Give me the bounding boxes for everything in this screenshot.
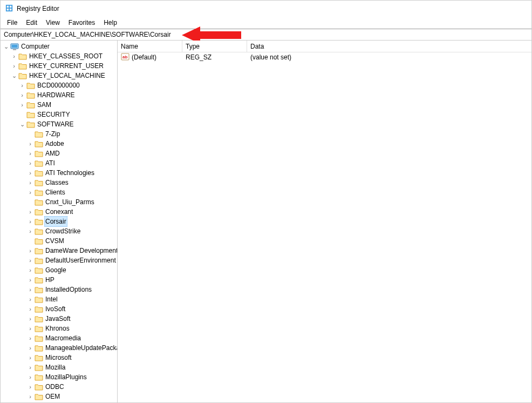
- tree-label: SOFTWARE: [36, 119, 75, 129]
- tree-key-bcd00000000[interactable]: ›BCD00000000: [1, 80, 118, 90]
- folder-icon: [35, 305, 43, 313]
- tree-toggle[interactable]: ›: [27, 343, 33, 353]
- tree-label: Google: [44, 265, 67, 275]
- tree-key-ivosoft[interactable]: ›IvoSoft: [1, 304, 118, 314]
- tree-key-google[interactable]: ›Google: [1, 265, 118, 275]
- tree-toggle[interactable]: ›: [27, 168, 33, 178]
- string-icon: [121, 52, 129, 63]
- tree-toggle[interactable]: ›: [11, 51, 17, 61]
- tree-toggle[interactable]: ›: [27, 217, 33, 226]
- tree-key-cnxt-uiu-parms[interactable]: Cnxt_Uiu_Parms: [1, 197, 118, 207]
- folder-icon: [35, 373, 43, 381]
- tree-label: OEM: [44, 392, 61, 401]
- folder-icon: [18, 52, 27, 61]
- tree-key-7-zip[interactable]: 7-Zip: [1, 129, 118, 139]
- tree-toggle[interactable]: ›: [27, 382, 33, 392]
- tree-key-manageableupdatepackage[interactable]: ›ManageableUpdatePackage: [1, 343, 118, 353]
- tree-key-corsair[interactable]: ›Corsair: [1, 217, 118, 226]
- tree-toggle[interactable]: ›: [27, 314, 33, 324]
- tree-toggle[interactable]: ⌄: [11, 71, 17, 80]
- menu-favorites[interactable]: Favorites: [64, 18, 99, 28]
- folder-icon: [35, 237, 43, 245]
- tree-toggle[interactable]: ›: [27, 265, 33, 275]
- tree-toggle[interactable]: ›: [27, 333, 33, 343]
- tree-toggle[interactable]: ›: [27, 246, 33, 256]
- tree-label: Mozilla: [44, 362, 66, 372]
- list-row[interactable]: (Default)REG_SZ(value not set): [118, 52, 531, 62]
- tree-toggle[interactable]: ›: [27, 362, 33, 372]
- tree-toggle[interactable]: ›: [11, 61, 17, 71]
- tree-key-security[interactable]: SECURITY: [1, 110, 118, 119]
- tree-toggle[interactable]: ›: [27, 353, 33, 362]
- tree-key-javasoft[interactable]: ›JavaSoft: [1, 314, 118, 324]
- address-input[interactable]: [1, 30, 531, 39]
- column-data[interactable]: Data: [247, 41, 531, 52]
- tree-hive-hkey-classes-root[interactable]: ›HKEY_CLASSES_ROOT: [1, 51, 118, 61]
- tree-key-oem[interactable]: ›OEM: [1, 392, 118, 401]
- folder-icon: [35, 130, 43, 138]
- list-pane[interactable]: Name Type Data (Default)REG_SZ(value not…: [118, 41, 531, 402]
- tree-toggle[interactable]: ›: [27, 139, 33, 149]
- tree-pane[interactable]: ⌄Computer›HKEY_CLASSES_ROOT›HKEY_CURRENT…: [1, 41, 118, 402]
- menu-help[interactable]: Help: [99, 18, 121, 28]
- column-type[interactable]: Type: [182, 41, 247, 52]
- tree-toggle[interactable]: ›: [27, 285, 33, 294]
- menu-edit[interactable]: Edit: [22, 18, 42, 28]
- tree-toggle[interactable]: ›: [27, 158, 33, 168]
- tree-key-adobe[interactable]: ›Adobe: [1, 139, 118, 149]
- tree-toggle[interactable]: ⌄: [3, 42, 9, 51]
- tree-label: 7-Zip: [44, 129, 61, 139]
- tree-toggle[interactable]: ›: [27, 372, 33, 382]
- tree-key-classes[interactable]: ›Classes: [1, 178, 118, 187]
- tree-key-clients[interactable]: ›Clients: [1, 187, 118, 197]
- tree-key-hardware[interactable]: ›HARDWARE: [1, 90, 118, 100]
- tree-key-khronos[interactable]: ›Khronos: [1, 324, 118, 333]
- titlebar: Registry Editor: [1, 1, 531, 17]
- tree-toggle[interactable]: ›: [19, 90, 25, 100]
- tree-label: Intel: [44, 294, 59, 304]
- tree-key-ati-technologies[interactable]: ›ATI Technologies: [1, 168, 118, 178]
- tree-key-ati[interactable]: ›ATI: [1, 158, 118, 168]
- tree-key-crowdstrike[interactable]: ›CrowdStrike: [1, 226, 118, 236]
- folder-icon: [35, 314, 43, 323]
- tree-key-macromedia[interactable]: ›Macromedia: [1, 333, 118, 343]
- column-name[interactable]: Name: [118, 41, 182, 52]
- tree-key-cvsm[interactable]: CVSM: [1, 236, 118, 246]
- tree-key-software[interactable]: ⌄SOFTWARE: [1, 119, 118, 129]
- tree-toggle[interactable]: ›: [19, 80, 25, 90]
- tree-toggle[interactable]: ›: [27, 275, 33, 285]
- tree-label: Microsoft: [44, 353, 73, 362]
- tree-key-mozilla[interactable]: ›Mozilla: [1, 362, 118, 372]
- folder-icon: [26, 120, 35, 129]
- menu-view[interactable]: View: [42, 18, 64, 28]
- tree-toggle[interactable]: ›: [27, 149, 33, 158]
- tree-root-computer[interactable]: ⌄Computer: [1, 42, 118, 51]
- tree-key-microsoft[interactable]: ›Microsoft: [1, 353, 118, 362]
- tree-key-intel[interactable]: ›Intel: [1, 294, 118, 304]
- tree-toggle[interactable]: ›: [27, 256, 33, 265]
- tree-toggle[interactable]: ⌄: [19, 119, 25, 129]
- tree-toggle[interactable]: ›: [27, 187, 33, 197]
- tree-toggle[interactable]: ›: [27, 207, 33, 217]
- tree-toggle[interactable]: ›: [27, 324, 33, 333]
- tree-hive-hkey-current-user[interactable]: ›HKEY_CURRENT_USER: [1, 61, 118, 71]
- tree-key-conexant[interactable]: ›Conexant: [1, 207, 118, 217]
- tree-key-mozillaplugins[interactable]: ›MozillaPlugins: [1, 372, 118, 382]
- tree-toggle[interactable]: ›: [19, 100, 25, 110]
- tree-label: HKEY_CURRENT_USER: [28, 61, 105, 71]
- tree-key-sam[interactable]: ›SAM: [1, 100, 118, 110]
- tree-key-amd[interactable]: ›AMD: [1, 149, 118, 158]
- folder-icon: [35, 139, 43, 148]
- tree-toggle[interactable]: ›: [27, 178, 33, 187]
- tree-key-hp[interactable]: ›HP: [1, 275, 118, 285]
- tree-toggle[interactable]: ›: [27, 294, 33, 304]
- tree-key-odbc[interactable]: ›ODBC: [1, 382, 118, 392]
- tree-hive-hkey-local-machine[interactable]: ⌄HKEY_LOCAL_MACHINE: [1, 71, 118, 80]
- tree-key-defaultuserenvironment[interactable]: ›DefaultUserEnvironment: [1, 256, 118, 265]
- tree-toggle[interactable]: ›: [27, 304, 33, 314]
- menu-file[interactable]: File: [3, 18, 22, 28]
- tree-toggle[interactable]: ›: [27, 392, 33, 401]
- tree-key-dameware-development[interactable]: ›DameWare Development: [1, 246, 118, 256]
- tree-toggle[interactable]: ›: [27, 226, 33, 236]
- tree-key-installedoptions[interactable]: ›InstalledOptions: [1, 285, 118, 294]
